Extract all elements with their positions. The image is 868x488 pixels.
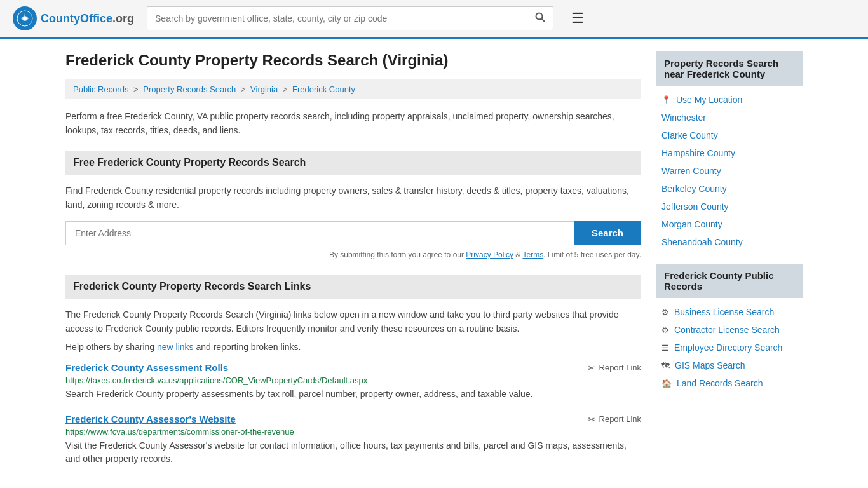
sidebar-employee-directory[interactable]: ☰ Employee Directory Search — [656, 339, 803, 356]
business-license-icon: ⚙ — [661, 308, 669, 317]
page-title: Frederick County Property Records Search… — [65, 51, 641, 69]
links-heading: Frederick County Property Records Search… — [65, 274, 641, 299]
free-search-heading: Free Frederick County Property Records S… — [65, 151, 641, 175]
assessors-website-title[interactable]: Frederick County Assessor's Website — [65, 414, 236, 424]
contractor-license-icon: ⚙ — [661, 325, 669, 335]
sidebar-business-license[interactable]: ⚙ Business License Search — [656, 303, 803, 321]
gis-maps-label: GIS Maps Search — [675, 360, 745, 370]
terms-link[interactable]: Terms — [522, 250, 543, 259]
sidebar-land-records[interactable]: 🏠 Land Records Search — [656, 374, 803, 392]
privacy-policy-link[interactable]: Privacy Policy — [466, 250, 513, 259]
sidebar-link-warren[interactable]: Warren County — [656, 162, 803, 180]
report-link-label-1: Report Link — [599, 363, 641, 372]
logo[interactable]: CountyOffice.org — [13, 6, 134, 30]
report-icon-2: ✂ — [588, 414, 595, 424]
link-item-assessors-website: Frederick County Assessor's Website ✂ Re… — [65, 414, 641, 466]
report-link-btn-2[interactable]: ✂ Report Link — [588, 414, 641, 424]
link-item-assessment-rolls: Frederick County Assessment Rolls ✂ Repo… — [65, 362, 641, 401]
sidebar-gis-maps[interactable]: 🗺 GIS Maps Search — [656, 356, 803, 374]
breadcrumb-property-records[interactable]: Property Records Search — [143, 85, 236, 94]
link-item-header-2: Frederick County Assessor's Website ✂ Re… — [65, 414, 641, 424]
sidebar-link-berkeley[interactable]: Berkeley County — [656, 180, 803, 198]
sidebar-contractor-license[interactable]: ⚙ Contractor License Search — [656, 321, 803, 339]
search-button[interactable]: Search — [574, 221, 641, 245]
use-location-label: Use My Location — [676, 95, 742, 105]
breadcrumb-sep3: > — [283, 85, 290, 94]
new-links-link[interactable]: new links — [157, 342, 194, 352]
disclaimer-text: By submitting this form you agree to our — [329, 250, 466, 259]
address-search-form: Search — [65, 221, 641, 245]
global-search-input[interactable] — [147, 8, 527, 29]
employee-directory-icon: ☰ — [661, 343, 669, 353]
breadcrumb-sep1: > — [133, 85, 140, 94]
use-location-link[interactable]: 📍 Use My Location — [656, 91, 803, 109]
svg-point-2 — [536, 13, 543, 20]
share-text: Help others by sharing new links and rep… — [65, 342, 641, 352]
links-intro: The Frederick County Property Records Se… — [65, 308, 641, 336]
assessment-rolls-url[interactable]: https://taxes.co.frederick.va.us/applica… — [65, 376, 641, 385]
menu-button[interactable]: ☰ — [566, 8, 589, 29]
employee-directory-label: Employee Directory Search — [674, 342, 782, 353]
assessors-website-url[interactable]: https://www.fcva.us/departments/commissi… — [65, 427, 641, 437]
land-records-label: Land Records Search — [677, 378, 763, 388]
breadcrumb-virginia[interactable]: Virginia — [250, 85, 278, 94]
sidebar-nearby-title: Property Records Search near Frederick C… — [656, 51, 803, 86]
location-icon: 📍 — [661, 95, 671, 104]
disclaimer-amp: & — [513, 250, 522, 259]
sidebar-link-jefferson[interactable]: Jefferson County — [656, 198, 803, 215]
contractor-license-label: Contractor License Search — [674, 325, 780, 335]
breadcrumb: Public Records > Property Records Search… — [65, 79, 641, 99]
breadcrumb-sep2: > — [241, 85, 248, 94]
assessment-rolls-title[interactable]: Frederick County Assessment Rolls — [65, 362, 228, 373]
sidebar: Property Records Search near Frederick C… — [656, 51, 803, 481]
free-search-section: Free Frederick County Property Records S… — [65, 151, 641, 259]
gis-maps-icon: 🗺 — [661, 361, 670, 370]
sidebar-link-winchester[interactable]: Winchester — [656, 109, 803, 126]
business-license-label: Business License Search — [674, 307, 774, 317]
link-item-header-1: Frederick County Assessment Rolls ✂ Repo… — [65, 362, 641, 373]
report-link-btn-1[interactable]: ✂ Report Link — [588, 363, 641, 373]
page-intro: Perform a free Frederick County, VA publ… — [65, 109, 641, 138]
logo-text: CountyOffice.org — [41, 12, 134, 25]
breadcrumb-frederick[interactable]: Frederick County — [292, 85, 355, 94]
logo-icon — [13, 6, 37, 30]
main-content: Frederick County Property Records Search… — [65, 51, 641, 481]
global-search-button[interactable] — [527, 7, 553, 30]
sidebar-link-clarke[interactable]: Clarke County — [656, 126, 803, 144]
form-disclaimer: By submitting this form you agree to our… — [65, 250, 641, 259]
svg-line-3 — [542, 19, 545, 22]
assessors-website-desc: Visit the Frederick County Assessor's we… — [65, 439, 641, 466]
sidebar-public-records-section: Frederick County Public Records ⚙ Busine… — [656, 264, 803, 392]
sidebar-link-hampshire[interactable]: Hampshire County — [656, 144, 803, 162]
report-link-label-2: Report Link — [599, 414, 641, 424]
links-section: Frederick County Property Records Search… — [65, 274, 641, 466]
address-input[interactable] — [65, 221, 574, 245]
sidebar-link-morgan[interactable]: Morgan County — [656, 215, 803, 233]
sidebar-nearby-section: Property Records Search near Frederick C… — [656, 51, 803, 251]
disclaimer-end: . Limit of 5 free uses per day. — [543, 250, 641, 259]
assessment-rolls-desc: Search Frederick County property assessm… — [65, 388, 641, 401]
global-search-bar[interactable] — [147, 6, 553, 30]
search-description: Find Frederick County residential proper… — [65, 184, 641, 212]
report-icon-1: ✂ — [588, 363, 595, 373]
sidebar-public-records-title: Frederick County Public Records — [656, 264, 803, 298]
breadcrumb-public-records[interactable]: Public Records — [73, 85, 128, 94]
land-records-icon: 🏠 — [661, 379, 672, 388]
sidebar-link-shenandoah[interactable]: Shenandoah County — [656, 233, 803, 251]
